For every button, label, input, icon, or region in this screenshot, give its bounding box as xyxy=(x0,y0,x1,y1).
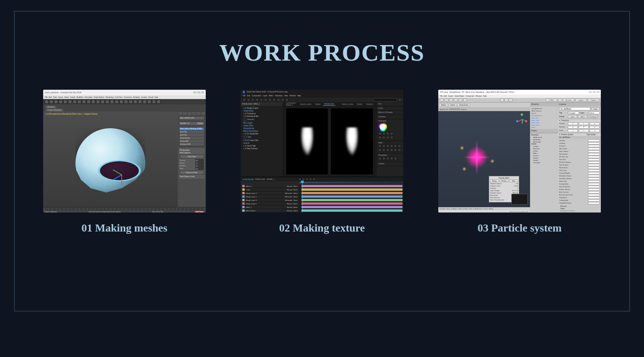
ps-property-input[interactable] xyxy=(588,139,600,142)
account-dropdown[interactable]: Account xyxy=(563,98,574,102)
menu-edit[interactable]: Edit xyxy=(444,95,447,97)
align-icon[interactable] xyxy=(390,145,393,148)
panel-character[interactable]: Character xyxy=(378,120,402,122)
effect-prop[interactable]: Amount xyxy=(242,142,281,145)
menu-grapheditors[interactable]: Graph Editors xyxy=(94,96,105,98)
rotation-x-input[interactable]: 0 xyxy=(568,126,578,129)
ribbon-subtab-polymodeling[interactable]: Polygon Modeling xyxy=(46,109,63,111)
menu-view[interactable]: View xyxy=(284,95,288,97)
tool-rotate-icon[interactable] xyxy=(449,98,453,102)
ps-property-row[interactable]: Start Color xyxy=(559,169,600,172)
ps-property-input[interactable] xyxy=(588,175,600,177)
layer-trackmatte[interactable]: None xyxy=(294,196,298,198)
command-panel-tabs[interactable] xyxy=(178,111,206,115)
layer-mode[interactable]: Normal xyxy=(287,203,292,205)
ps-property-input[interactable] xyxy=(588,164,600,166)
char-icon[interactable] xyxy=(390,132,393,135)
ps-property-input[interactable] xyxy=(588,172,600,174)
tool-icon[interactable] xyxy=(268,98,271,101)
tool-icon[interactable] xyxy=(398,98,401,101)
ps-property-row[interactable]: Start Speed xyxy=(559,153,600,155)
console-editor-dropdown[interactable]: Editor xyxy=(489,208,493,210)
tag-dropdown[interactable]: Untagged xyxy=(568,111,579,114)
timeline-ruler[interactable] xyxy=(241,181,403,185)
tool-move-icon[interactable] xyxy=(444,98,448,102)
console-collapse-button[interactable]: Collapse xyxy=(451,208,457,210)
menu-composition[interactable]: Composition xyxy=(252,95,261,97)
rotation-y-input[interactable]: 0 xyxy=(579,126,589,129)
step-icon[interactable] xyxy=(509,98,513,102)
open-editor-button[interactable]: Open Editor xyxy=(586,134,600,136)
gizmos-dropdown[interactable]: Gizmos xyxy=(461,108,467,110)
minimize-icon[interactable] xyxy=(193,91,196,94)
close-icon[interactable] xyxy=(201,91,204,94)
play-icon[interactable] xyxy=(500,98,504,102)
modifier-item[interactable]: Unwrap UVW xyxy=(179,143,204,146)
param-input[interactable] xyxy=(195,167,204,170)
layer-bar[interactable] xyxy=(301,185,402,187)
menu-window[interactable]: Window xyxy=(289,95,296,97)
tool-icon[interactable] xyxy=(247,98,250,101)
para-icon[interactable] xyxy=(378,157,382,160)
ps-property-input[interactable] xyxy=(588,202,600,204)
console-clearonbuild-button[interactable]: Clear on Build xyxy=(469,208,479,210)
project-label[interactable]: Project xyxy=(530,129,558,133)
ps-property-input[interactable] xyxy=(588,180,600,183)
tool-icon[interactable] xyxy=(49,100,53,104)
play-icon[interactable] xyxy=(306,178,308,181)
ps-property-row[interactable]: Simulation Space xyxy=(559,174,600,177)
tool-icon[interactable] xyxy=(143,100,147,104)
char-icon[interactable] xyxy=(382,132,385,135)
ps-property-input[interactable] xyxy=(588,191,600,193)
composition-viewer-left[interactable] xyxy=(286,108,328,174)
max-menubar[interactable]: File Edit Tools Group Views Create Modif… xyxy=(43,95,206,99)
particle-pause-button[interactable]: Pause xyxy=(490,179,499,182)
ps-property-row[interactable]: Scaling Mode xyxy=(559,183,600,185)
tool-icon[interactable] xyxy=(129,100,133,104)
tool-transform-icon[interactable] xyxy=(463,98,467,102)
menu-effect[interactable]: Effect xyxy=(269,95,273,97)
scene-gizmo-icon[interactable] xyxy=(517,114,527,124)
panel-effects-presets[interactable]: Effects & Presets xyxy=(378,111,402,113)
tool-scale-icon[interactable] xyxy=(454,98,458,102)
ps-property-input[interactable] xyxy=(588,197,600,199)
effect-prop[interactable]: Blend Smoothness xyxy=(242,130,281,132)
console-errorpause-button[interactable]: Error Pause xyxy=(480,208,488,210)
effect-prop[interactable]: Angle Offset xyxy=(242,124,281,127)
ps-property-input[interactable] xyxy=(588,169,600,172)
timeline-layer-row[interactable]: Shape Layer 3SilhouetteNone xyxy=(241,199,403,202)
ps-property-input[interactable] xyxy=(588,178,600,180)
console-clearonplay-button[interactable]: Clear on Play xyxy=(458,208,468,210)
menu-help[interactable]: Help xyxy=(483,95,486,97)
menu-customize[interactable]: Customize xyxy=(124,96,132,98)
tool-icon[interactable] xyxy=(115,100,119,104)
menu-scripting[interactable]: Scripting xyxy=(133,96,140,98)
menu-tools[interactable]: Tools xyxy=(53,96,57,98)
modifier-item[interactable]: Group 200 xyxy=(179,140,204,143)
console-clear-button[interactable]: Clear xyxy=(446,208,450,210)
effect-prop[interactable]: Blur Length xyxy=(242,122,281,124)
modifier-item[interactable]: Edit Poly xyxy=(179,134,204,137)
move-to-path-button[interactable]: Move to Path xyxy=(180,171,204,174)
position-x-input[interactable]: 0 xyxy=(568,122,578,125)
shading-mode-dropdown[interactable]: Shaded xyxy=(439,108,445,110)
layout-dropdown[interactable]: Layout xyxy=(588,98,599,102)
menu-animation[interactable]: Animation xyxy=(85,96,93,98)
effect-item[interactable]: fx Turbulence xyxy=(242,112,281,115)
para-icon[interactable] xyxy=(386,157,389,160)
hierarchy-list[interactable]: SampleScene*Main Cameratest_1 vfx_darkfl… xyxy=(530,106,558,129)
time-tag[interactable]: Auto Time Tag xyxy=(152,211,163,212)
comp-tab[interactable]: fireball_smoke xyxy=(299,103,312,106)
menu-component[interactable]: Component xyxy=(466,95,474,97)
color-picker-icon[interactable] xyxy=(378,123,387,131)
menu-group[interactable]: Group xyxy=(58,96,63,98)
tool-icon[interactable] xyxy=(68,100,72,104)
menu-layer[interactable]: Layer xyxy=(263,95,267,97)
tool-icon[interactable] xyxy=(119,100,123,104)
align-icon[interactable] xyxy=(386,145,389,148)
layer-trackmatte[interactable]: None xyxy=(294,210,298,212)
param-input[interactable] xyxy=(195,165,204,167)
ps-property-row[interactable]: Simulation Speed xyxy=(559,177,600,180)
timeline-layer-row[interactable]: effect_1NormalNone xyxy=(241,185,403,188)
tool-icon[interactable] xyxy=(133,100,137,104)
